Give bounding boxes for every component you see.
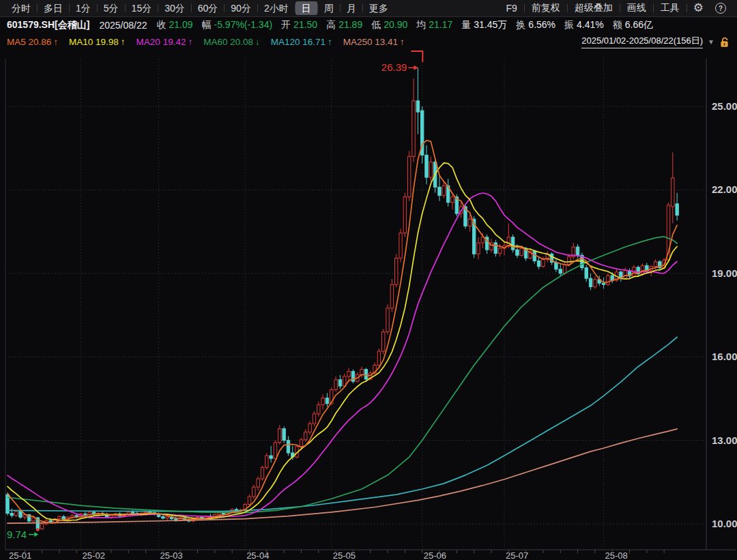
ma-label: MA5 20.86 bbox=[7, 37, 51, 47]
stat-均: 均21.17 bbox=[416, 19, 452, 31]
stat-label: 振 bbox=[564, 19, 574, 30]
svg-text:25.00: 25.00 bbox=[712, 100, 737, 112]
stat-value: 6.56% bbox=[528, 19, 555, 30]
stat-振: 振4.41% bbox=[564, 19, 604, 31]
tab-更多[interactable]: 更多 bbox=[363, 1, 394, 15]
tab-90分[interactable]: 90分 bbox=[225, 1, 257, 15]
svg-text:26.39: 26.39 bbox=[381, 61, 407, 73]
stat-高: 高21.89 bbox=[326, 19, 362, 31]
trading-app: 分时多日1分5分15分30分60分90分2小时日周月更多 F9前复权超级叠加画线… bbox=[0, 0, 737, 560]
chart-area: 25.0022.0019.0016.0013.0010.0025-0125-02… bbox=[0, 50, 737, 560]
stat-value: 21.89 bbox=[338, 19, 362, 30]
ma-label: MA250 13.41 bbox=[343, 37, 398, 47]
stat-value: 21.17 bbox=[429, 19, 452, 30]
stat-label: 收 bbox=[156, 19, 166, 30]
ma-arrow-down: ↓ bbox=[255, 37, 260, 47]
ma-arrow-up: ↑ bbox=[53, 37, 58, 47]
toolbar-right: F9前复权超级叠加画线工具 ⚙ ? bbox=[499, 1, 732, 15]
ma-label: MA120 16.71 bbox=[271, 37, 326, 47]
svg-text:25-03: 25-03 bbox=[160, 550, 183, 560]
button-超级叠加[interactable]: 超级叠加 bbox=[568, 2, 620, 14]
stat-value: 4.41% bbox=[577, 19, 604, 30]
svg-text:22.00: 22.00 bbox=[712, 183, 737, 195]
svg-text:25-07: 25-07 bbox=[506, 550, 528, 560]
top-toolbar: 分时多日1分5分15分30分60分90分2小时日周月更多 F9前复权超级叠加画线… bbox=[0, 0, 737, 17]
ma-arrow-up: ↑ bbox=[328, 37, 332, 47]
stat-低: 低20.90 bbox=[371, 19, 407, 31]
stat-额: 额6.66亿 bbox=[613, 19, 653, 31]
stat-value: 21.09 bbox=[169, 19, 192, 30]
button-工具[interactable]: 工具 bbox=[654, 2, 687, 14]
date-range-text: 2025/01/02-2025/08/22(156日) bbox=[581, 35, 703, 48]
button-前复权[interactable]: 前复权 bbox=[525, 2, 567, 14]
ma-arrow-up: ↑ bbox=[400, 37, 405, 47]
svg-text:25-06: 25-06 bbox=[424, 550, 446, 560]
ma-item-MA120: MA120 16.71↑ bbox=[271, 37, 332, 47]
tab-5分[interactable]: 5分 bbox=[98, 1, 125, 15]
tab-月[interactable]: 月 bbox=[341, 1, 362, 15]
ma-item-MA10: MA10 19.98↑ bbox=[69, 37, 126, 47]
stock-symbol: 601579.SH[会稽山] bbox=[7, 19, 89, 31]
help-icon[interactable]: ? bbox=[715, 3, 726, 14]
ma-item-MA20: MA20 19.42↑ bbox=[136, 37, 193, 47]
tab-日[interactable]: 日 bbox=[295, 1, 317, 15]
stat-label: 开 bbox=[281, 19, 291, 30]
svg-text:25-01: 25-01 bbox=[9, 550, 31, 560]
stat-value: 31.45万 bbox=[474, 19, 507, 30]
timeframe-tabs: 分时多日1分5分15分30分60分90分2小时日周月更多 bbox=[5, 1, 394, 15]
stat-收: 收21.09 bbox=[156, 19, 192, 31]
svg-text:25-08: 25-08 bbox=[605, 550, 628, 560]
stat-label: 高 bbox=[326, 19, 336, 30]
tab-15分[interactable]: 15分 bbox=[126, 1, 158, 15]
tab-1分[interactable]: 1分 bbox=[70, 1, 97, 15]
svg-text:13.00: 13.00 bbox=[712, 434, 737, 446]
tab-30分[interactable]: 30分 bbox=[158, 1, 191, 15]
ma-items: MA5 20.86↑MA10 19.98↑MA20 19.42↑MA60 20.… bbox=[7, 37, 416, 47]
button-画线[interactable]: 画线 bbox=[620, 2, 653, 14]
button-F9[interactable]: F9 bbox=[499, 3, 523, 14]
tab-2小时[interactable]: 2小时 bbox=[258, 1, 295, 15]
svg-text:25-04: 25-04 bbox=[246, 550, 269, 560]
svg-text:16.00: 16.00 bbox=[712, 351, 737, 362]
stat-label: 低 bbox=[371, 19, 381, 30]
ma-legend-row: MA5 20.86↑MA10 19.98↑MA20 19.42↑MA60 20.… bbox=[0, 33, 737, 50]
stat-value: 20.90 bbox=[384, 19, 407, 30]
ma-label: MA20 19.42 bbox=[136, 37, 186, 47]
stat-开: 开21.50 bbox=[281, 19, 317, 31]
price-chart-canvas[interactable]: 25.0022.0019.0016.0013.0010.0025-0125-02… bbox=[0, 50, 737, 560]
tab-分时[interactable]: 分时 bbox=[5, 1, 37, 15]
gear-icon[interactable]: ⚙ bbox=[687, 1, 710, 15]
quote-date: 2025/08/22 bbox=[99, 20, 147, 31]
stat-量: 量31.45万 bbox=[461, 19, 507, 31]
stat-label: 换 bbox=[516, 19, 525, 30]
ma-item-MA60: MA60 20.08↓ bbox=[203, 37, 260, 47]
date-range-selector[interactable]: 2025/01/02-2025/08/22(156日) ▼ bbox=[581, 35, 730, 48]
tab-周[interactable]: 周 bbox=[318, 1, 340, 15]
ma-arrow-up: ↑ bbox=[121, 37, 126, 47]
svg-text:10.00: 10.00 bbox=[712, 518, 737, 529]
help-glyph: ? bbox=[719, 5, 723, 12]
ma-label: MA60 20.08 bbox=[203, 37, 253, 47]
stat-label: 额 bbox=[613, 19, 622, 30]
ma-item-MA250: MA250 13.41↑ bbox=[343, 37, 405, 47]
ma-arrow-up: ↑ bbox=[188, 37, 192, 47]
stat-幅: 幅-5.97%(-1.34) bbox=[202, 19, 273, 31]
svg-text:25-05: 25-05 bbox=[333, 550, 356, 560]
stat-value: 21.50 bbox=[293, 19, 317, 30]
ma-item-MA5: MA5 20.86↑ bbox=[7, 37, 58, 47]
ma-label: MA10 19.98 bbox=[69, 37, 119, 47]
stat-label: 量 bbox=[461, 19, 471, 30]
stat-value: 6.66亿 bbox=[625, 19, 653, 30]
tab-60分[interactable]: 60分 bbox=[192, 1, 225, 15]
tab-多日[interactable]: 多日 bbox=[38, 1, 69, 15]
quote-stats-row: 601579.SH[会稽山] 2025/08/22 收21.09幅-5.97%(… bbox=[0, 17, 737, 33]
svg-text:9.74: 9.74 bbox=[7, 529, 27, 540]
svg-text:19.00: 19.00 bbox=[712, 267, 737, 279]
unlock-icon[interactable] bbox=[719, 36, 730, 48]
stat-换: 换6.56% bbox=[516, 19, 555, 31]
stat-label: 幅 bbox=[202, 19, 212, 30]
stat-value: -5.97%(-1.34) bbox=[214, 19, 273, 30]
quote-fields: 收21.09幅-5.97%(-1.34)开21.50高21.89低20.90均2… bbox=[156, 19, 662, 31]
chevron-down-icon: ▼ bbox=[708, 38, 714, 46]
stat-label: 均 bbox=[416, 19, 426, 30]
